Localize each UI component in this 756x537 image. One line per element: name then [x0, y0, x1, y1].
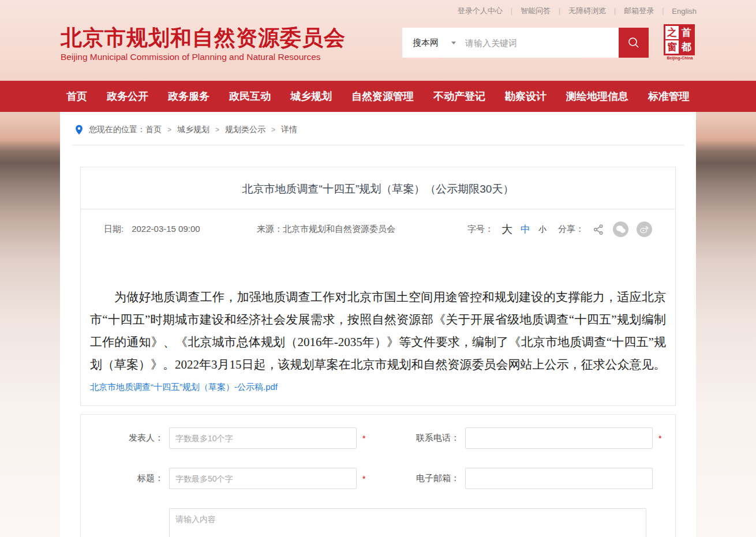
nav-item-public-interaction[interactable]: 政民互动 [229, 89, 271, 103]
breadcrumb: 您现在的位置： 首页 > 城乡规划 > 规划类公示 > 详情 [72, 112, 684, 145]
separator: | [662, 7, 664, 15]
breadcrumb-prefix: 您现在的位置： [89, 125, 145, 135]
seal-char: 都 [679, 40, 694, 54]
nav-item-urban-planning[interactable]: 城乡规划 [290, 89, 332, 103]
search-input[interactable] [465, 29, 619, 57]
search-bar: 搜本网 [402, 28, 649, 58]
mail-login-link[interactable]: 邮箱登录 [624, 6, 654, 16]
accessibility-link[interactable]: 无障碍浏览 [568, 6, 606, 16]
breadcrumb-separator: > [167, 126, 171, 134]
location-pin-icon [75, 125, 83, 135]
search-scope-label: 搜本网 [413, 37, 439, 48]
breadcrumb-urban-planning[interactable]: 城乡规划 [177, 125, 209, 135]
font-size-small-button[interactable]: 小 [538, 224, 547, 235]
breadcrumb-current: 详情 [281, 125, 297, 135]
share-icon[interactable] [592, 223, 605, 236]
article-source: 来源：北京市规划和自然资源委员会 [257, 224, 467, 235]
wechat-share-icon[interactable] [613, 221, 628, 237]
seal-char: 之 [665, 25, 679, 40]
nav-item-geographic-info[interactable]: 测绘地理信息 [566, 89, 628, 103]
nav-item-home[interactable]: 首页 [66, 89, 87, 103]
breadcrumb-separator: > [215, 126, 219, 134]
nav-item-standards[interactable]: 标准管理 [648, 89, 690, 103]
email-label: 电子邮箱： [399, 473, 465, 484]
nav-item-gov-disclosure[interactable]: 政务公开 [107, 89, 148, 103]
font-size-medium-button[interactable]: 中 [521, 223, 530, 236]
login-personal-center-link[interactable]: 登录个人中心 [458, 6, 503, 16]
publisher-input[interactable] [169, 427, 357, 449]
breadcrumb-planning-notices[interactable]: 规划类公示 [225, 125, 265, 135]
article-title: 北京市地质调查“十四五”规划（草案）（公示期限30天） [81, 167, 675, 209]
site-subtitle: Beijing Municipal Commission of Planning… [61, 52, 346, 62]
top-utility-bar: 登录个人中心 | 智能问答 | 无障碍浏览 | 邮箱登录 | English [0, 0, 756, 22]
form-row-content: 意见内容： * [81, 508, 675, 537]
weibo-share-icon[interactable] [637, 221, 652, 237]
separator: | [511, 7, 512, 15]
separator: | [559, 7, 560, 15]
content-card: 您现在的位置： 首页 > 城乡规划 > 规划类公示 > 详情 北京市地质调查“十… [60, 112, 696, 537]
search-box: 搜本网 [402, 28, 619, 58]
seal-char: 首 [679, 25, 694, 40]
phone-input[interactable] [465, 427, 653, 449]
source-label: 来源： [257, 224, 283, 234]
search-icon [627, 36, 641, 50]
article-date: 日期:2022-03-15 09:00 [104, 224, 257, 235]
seal-char: 窗 [665, 40, 679, 54]
attachment-pdf-link[interactable]: 北京市地质调查“十四五”规划（草案）-公示稿.pdf [90, 382, 278, 393]
title-label: 标题： [81, 473, 169, 484]
font-size-large-button[interactable]: 大 [501, 222, 512, 237]
required-asterisk: * [658, 434, 664, 443]
form-row-publisher-phone: 发表人： * 联系电话： * [81, 427, 675, 449]
article: 北京市地质调查“十四五”规划（草案）（公示期限30天） 日期:2022-03-1… [80, 167, 676, 406]
separator: | [614, 7, 616, 15]
nav-item-natural-resources[interactable]: 自然资源管理 [351, 89, 414, 103]
smart-qa-link[interactable]: 智能问答 [521, 6, 551, 16]
search-button[interactable] [619, 28, 649, 58]
article-meta: 日期:2022-03-15 09:00 来源：北京市规划和自然资源委员会 字号：… [81, 209, 675, 237]
content-textarea[interactable] [169, 508, 646, 537]
nav-item-gov-services[interactable]: 政务服务 [168, 89, 209, 103]
share-label: 分享： [558, 224, 584, 235]
seal-caption: Beijing-China [664, 56, 696, 60]
beijing-china-seal-logo[interactable]: 之 首 窗 都 Beijing-China [664, 24, 696, 60]
date-value: 2022-03-15 09:00 [132, 224, 200, 234]
font-size-label: 字号： [467, 224, 493, 235]
site-logo[interactable]: 北京市规划和自然资源委员会 Beijing Municipal Commissi… [61, 25, 346, 62]
required-asterisk: * [362, 434, 368, 443]
english-link[interactable]: English [672, 7, 697, 16]
publisher-label: 发表人： [81, 433, 169, 444]
title-input[interactable] [169, 468, 357, 489]
phone-label: 联系电话： [399, 433, 465, 444]
page: 登录个人中心 | 智能问答 | 无障碍浏览 | 邮箱登录 | English 北… [0, 0, 756, 537]
seal-grid: 之 首 窗 都 [664, 24, 695, 55]
article-body-text: 为做好地质调查工作，加强地质调查工作对北京市国土空间用途管控和规划建设的支撑能力… [90, 286, 666, 376]
header: 北京市规划和自然资源委员会 Beijing Municipal Commissi… [0, 22, 756, 81]
date-label: 日期: [104, 224, 123, 234]
email-input[interactable] [465, 468, 653, 489]
source-value: 北京市规划和自然资源委员会 [283, 224, 395, 234]
form-row-title-email: 标题： * 电子邮箱： * [81, 468, 675, 489]
breadcrumb-separator: > [271, 126, 275, 134]
nav-item-real-estate-registration[interactable]: 不动产登记 [433, 89, 485, 103]
breadcrumb-home[interactable]: 首页 [145, 125, 162, 135]
comment-form: 发表人： * 联系电话： * 标题： * 电子邮箱： * 意见内容： [80, 414, 676, 537]
site-title: 北京市规划和自然资源委员会 [61, 25, 346, 51]
main-nav: 首页 政务公开 政务服务 政民互动 城乡规划 自然资源管理 不动产登记 勘察设计… [0, 81, 756, 112]
article-tools: 字号： 大 中 小 分享： [467, 221, 652, 237]
required-asterisk: * [362, 474, 368, 483]
nav-item-survey-design[interactable]: 勘察设计 [505, 89, 547, 103]
chevron-down-icon [451, 42, 456, 44]
search-scope-dropdown[interactable]: 搜本网 [402, 37, 465, 48]
